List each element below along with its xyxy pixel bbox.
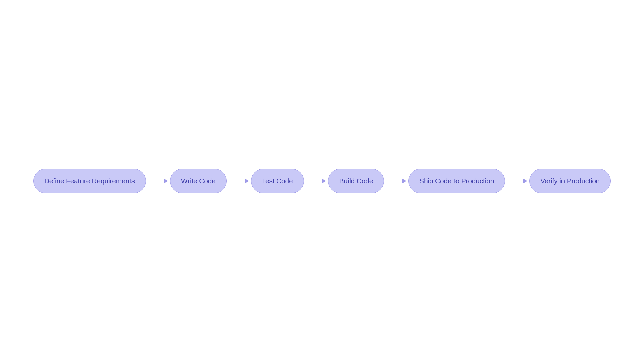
flow-diagram: Define Feature Requirements Write Code T… [30, 169, 614, 193]
arrow-icon [306, 179, 326, 183]
flow-node-test: Test Code [251, 169, 304, 193]
arrow-icon [386, 179, 406, 183]
flow-node-verify: Verify in Production [529, 169, 611, 193]
arrow-icon [229, 179, 249, 183]
arrow-icon [148, 179, 168, 183]
flow-node-build: Build Code [328, 169, 384, 193]
flow-node-define: Define Feature Requirements [33, 169, 146, 193]
arrow-icon [507, 179, 527, 183]
flow-node-ship: Ship Code to Production [408, 169, 505, 193]
flow-node-write: Write Code [170, 169, 227, 193]
